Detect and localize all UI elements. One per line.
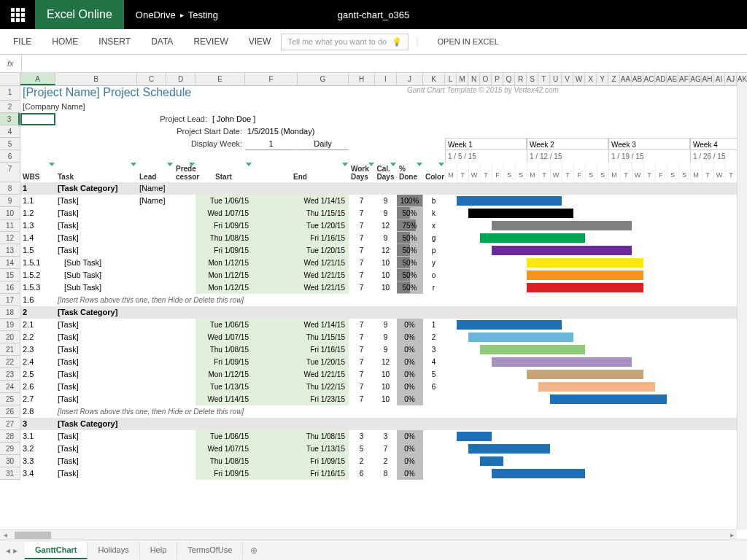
col-header-AH[interactable]: AH: [702, 73, 713, 85]
col-header-A[interactable]: A: [20, 73, 55, 85]
column-header-pct[interactable]: % Done: [397, 163, 423, 182]
row-header-29[interactable]: 29: [0, 443, 20, 455]
breadcrumb-root[interactable]: OneDrive: [136, 9, 176, 20]
row-header-12[interactable]: 12: [0, 232, 20, 244]
row-header-10[interactable]: 10: [0, 207, 20, 219]
row-header-5[interactable]: 5: [0, 138, 20, 150]
col-header-M[interactable]: M: [457, 73, 468, 85]
row-header-9[interactable]: 9: [0, 195, 20, 207]
col-header-AE[interactable]: AE: [667, 73, 678, 85]
col-header-W[interactable]: W: [573, 73, 585, 85]
column-header-pred[interactable]: Prede cessor: [174, 163, 196, 182]
col-header-G[interactable]: G: [298, 73, 349, 85]
week-header[interactable]: Week 1: [445, 138, 527, 150]
column-header-work[interactable]: Work Days: [349, 163, 375, 182]
col-header-J[interactable]: J: [397, 73, 423, 85]
row-header-20[interactable]: 20: [0, 331, 20, 343]
fx-label[interactable]: fx: [0, 55, 22, 72]
row-header-19[interactable]: 19: [0, 319, 20, 331]
row-header-8[interactable]: 8: [0, 182, 20, 195]
row-header-30[interactable]: 30: [0, 455, 20, 467]
row-header-18[interactable]: 18: [0, 306, 20, 319]
ribbon-tab-insert[interactable]: INSERT: [88, 31, 141, 52]
col-header-AG[interactable]: AG: [690, 73, 702, 85]
sheet-tab-help[interactable]: Help: [140, 542, 178, 559]
row-header-2[interactable]: 2: [0, 101, 20, 113]
col-header-Y[interactable]: Y: [597, 73, 608, 85]
col-header-T[interactable]: T: [538, 73, 550, 85]
row-header-23[interactable]: 23: [0, 368, 20, 381]
column-header-cal[interactable]: Cal. Days: [375, 163, 397, 182]
ribbon-tab-view[interactable]: VIEW: [239, 31, 282, 52]
col-header-B[interactable]: B: [55, 73, 137, 85]
tell-me-search[interactable]: Tell me what you want to do 💡: [281, 34, 409, 50]
col-header-AA[interactable]: AA: [620, 73, 632, 85]
ribbon-tab-file[interactable]: FILE: [3, 31, 42, 52]
row-header-7[interactable]: 7: [0, 163, 20, 182]
column-header-color[interactable]: Color: [423, 163, 445, 182]
row-header-4[interactable]: 4: [0, 125, 20, 138]
project-title[interactable]: [Project Name] Project Schedule: [20, 86, 385, 101]
spreadsheet-grid[interactable]: ABCDEFGHIJKLMNOPQRSTUVWXYZAAABACADAEAFAG…: [0, 73, 747, 532]
col-header-AD[interactable]: AD: [655, 73, 667, 85]
col-header-O[interactable]: O: [480, 73, 492, 85]
week-header[interactable]: Week 3: [608, 138, 690, 150]
row-header-1[interactable]: 1: [0, 86, 20, 101]
col-header-E[interactable]: E: [196, 73, 245, 85]
row-header-13[interactable]: 13: [0, 244, 20, 257]
col-header-D[interactable]: D: [166, 73, 196, 85]
sheet-tab-ganttchart[interactable]: GanttChart: [25, 542, 88, 559]
breadcrumb-folder[interactable]: Testing: [188, 9, 218, 20]
row-header-21[interactable]: 21: [0, 343, 20, 356]
col-header-I[interactable]: I: [375, 73, 397, 85]
scrollbar-thumb[interactable]: [15, 532, 51, 539]
ribbon-tab-home[interactable]: HOME: [42, 31, 88, 52]
row-header-17[interactable]: 17: [0, 294, 20, 306]
col-header-U[interactable]: U: [550, 73, 562, 85]
col-header-S[interactable]: S: [527, 73, 538, 85]
sheet-nav-next-icon[interactable]: ▸: [13, 545, 18, 556]
column-header-lead[interactable]: Lead: [137, 163, 174, 182]
column-header-start[interactable]: Start: [196, 163, 252, 182]
column-header-end[interactable]: End: [252, 163, 349, 182]
col-header-Q[interactable]: Q: [503, 73, 515, 85]
row-header-27[interactable]: 27: [0, 418, 20, 430]
row-header-24[interactable]: 24: [0, 381, 20, 393]
row-header-15[interactable]: 15: [0, 269, 20, 281]
week-header[interactable]: Week 2: [527, 138, 608, 150]
column-header-task[interactable]: Task: [55, 163, 137, 182]
row-header-26[interactable]: 26: [0, 405, 20, 418]
row-header-22[interactable]: 22: [0, 356, 20, 368]
vertical-scrollbar[interactable]: [737, 84, 747, 529]
sheet-nav-prev-icon[interactable]: ◂: [6, 545, 10, 556]
sheet-tab-holidays[interactable]: Holidays: [88, 542, 139, 559]
col-header-H[interactable]: H: [349, 73, 375, 85]
row-header-14[interactable]: 14: [0, 257, 20, 269]
col-header-N[interactable]: N: [468, 73, 480, 85]
scroll-left-icon[interactable]: ◂: [0, 531, 10, 539]
col-header-Z[interactable]: Z: [608, 73, 620, 85]
ribbon-tab-review[interactable]: REVIEW: [183, 31, 238, 52]
horizontal-scrollbar[interactable]: ◂ ▸: [0, 529, 737, 540]
scroll-right-icon[interactable]: ▸: [727, 531, 737, 539]
col-header-L[interactable]: L: [445, 73, 457, 85]
active-cell[interactable]: [20, 113, 55, 125]
cells-area[interactable]: [Project Name] Project ScheduleGantt Cha…: [20, 86, 747, 480]
col-header-R[interactable]: R: [515, 73, 527, 85]
col-header-X[interactable]: X: [585, 73, 597, 85]
col-header-C[interactable]: C: [137, 73, 166, 85]
row-header-16[interactable]: 16: [0, 281, 20, 294]
col-header-AI[interactable]: AI: [713, 73, 725, 85]
ribbon-tab-data[interactable]: DATA: [141, 31, 183, 52]
col-header-V[interactable]: V: [562, 73, 573, 85]
col-header-AC[interactable]: AC: [643, 73, 655, 85]
file-title[interactable]: gantt-chart_o365: [338, 9, 409, 20]
col-header-AJ[interactable]: AJ: [725, 73, 737, 85]
row-header-6[interactable]: 6: [0, 150, 20, 163]
formula-input[interactable]: [22, 55, 747, 72]
app-launcher-button[interactable]: [0, 0, 35, 29]
col-header-AF[interactable]: AF: [678, 73, 690, 85]
row-header-25[interactable]: 25: [0, 393, 20, 405]
col-header-K[interactable]: K: [423, 73, 445, 85]
row-headers[interactable]: 1234567891011121314151617181920212223242…: [0, 86, 20, 480]
